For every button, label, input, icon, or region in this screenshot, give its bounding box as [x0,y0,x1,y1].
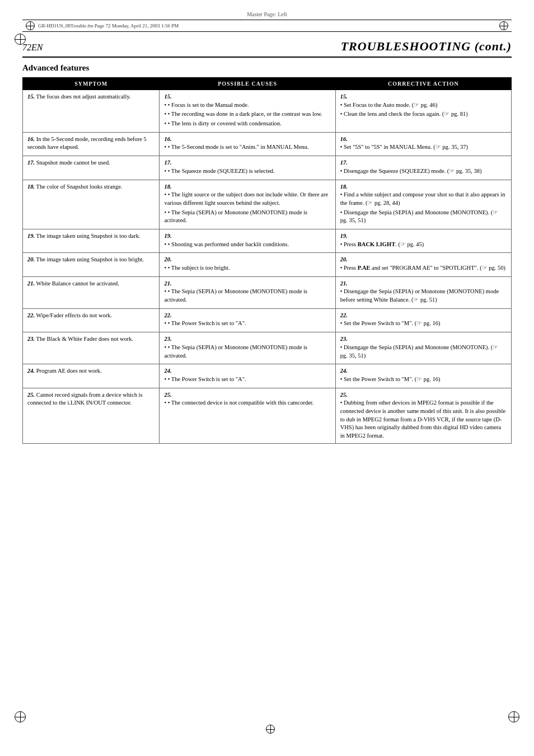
table-row: 17. Snapshot mode cannot be used.17. • T… [23,156,512,180]
action-cell: 19. • Press BACK LIGHT. (☞ pg. 45) [335,229,511,252]
corner-mark-bl [15,711,26,722]
table-row: 19. The image taken using Snapshot is to… [23,229,512,252]
action-cell: 25. • Dubbing from other devices in MPEG… [335,388,511,443]
table-row: 24. Program AE does not work.24. • The P… [23,364,512,388]
causes-cell: 22. • The Power Switch is set to "A". [160,308,335,332]
symptom-cell: 20. The image taken using Snapshot is to… [23,253,160,276]
causes-cell: 20. • The subject is too bright. [160,253,335,276]
header-action: CORRECTIVE ACTION [335,78,511,90]
causes-cell: 25. • The connected device is not compat… [160,388,335,443]
table-row: 20. The image taken using Snapshot is to… [23,253,512,276]
troubleshoot-table: SYMPTOM POSSIBLE CAUSES CORRECTIVE ACTIO… [22,77,512,444]
en-suffix: EN [31,43,43,52]
symptom-cell: 15. The focus does not adjust automatica… [23,90,160,133]
action-cell: 17. • Disengage the Squeeze (SQUEEZE) mo… [335,156,511,180]
bottom-crosshair [266,725,275,734]
corner-mark-br [508,711,519,722]
section-title: Advanced features [22,63,512,73]
header-causes: POSSIBLE CAUSES [160,78,335,90]
causes-cell: 24. • The Power Switch is set to "A". [160,364,335,388]
symptom-cell: 21. White Balance cannot be activated. [23,276,160,308]
action-cell: 24. • Set the Power Switch to "M". (☞ pg… [335,364,511,388]
corner-mark-tl [15,34,26,45]
table-row: 21. White Balance cannot be activated.21… [23,276,512,308]
causes-cell: 19. • Shooting was performed under backl… [160,229,335,252]
table-row: 23. The Black & White Fader does not wor… [23,332,512,364]
table-header-row: SYMPTOM POSSIBLE CAUSES CORRECTIVE ACTIO… [23,78,512,90]
action-cell: 23. • Disengage the Sepia (SEPIA) and Mo… [335,332,511,364]
causes-cell: 17. • The Squeeze mode (SQUEEZE) is sele… [160,156,335,180]
symptom-cell: 17. Snapshot mode cannot be used. [23,156,160,180]
action-cell: 18. • Find a white subject and compose y… [335,180,511,229]
symptom-cell: 24. Program AE does not work. [23,364,160,388]
crosshair-right-top [499,21,508,30]
symptom-cell: 25. Cannot record signals from a device … [23,388,160,443]
symptom-cell: 16. In the 5-Second mode, recording ends… [23,132,160,156]
file-info-text: GR-HD1US_08Trouble.fm Page 72 Monday, Ap… [38,23,179,29]
action-cell: 16. • Set "5S" to "5S" in MANUAL Menu. (… [335,132,511,156]
causes-cell: 16. • The 5-Second mode is set to "Anim.… [160,132,335,156]
crosshair-left-top [26,21,35,30]
table-row: 15. The focus does not adjust automatica… [23,90,512,133]
symptom-cell: 19. The image taken using Snapshot is to… [23,229,160,252]
action-cell: 22. • Set the Power Switch to "M". (☞ pg… [335,308,511,332]
causes-cell: 23. • The Sepia (SEPIA) or Monotone (MON… [160,332,335,364]
page: Master Page: Left GR-HD1US_08Trouble.fm … [0,0,534,756]
action-cell: 15. • Set Focus to the Auto mode. (☞ pg.… [335,90,511,133]
header-symptom: SYMPTOM [23,78,160,90]
table-row: 18. The color of Snapshot looks strange.… [23,180,512,229]
table-row: 22. Wipe/Fader effects do not work.22. •… [23,308,512,332]
table-row: 25. Cannot record signals from a device … [23,388,512,443]
causes-cell: 18. • The light source or the subject do… [160,180,335,229]
symptom-cell: 23. The Black & White Fader does not wor… [23,332,160,364]
table-row: 16. In the 5-Second mode, recording ends… [23,132,512,156]
symptom-cell: 22. Wipe/Fader effects do not work. [23,308,160,332]
action-cell: 20. • Press P.AE and set "PROGRAM AE" to… [335,253,511,276]
page-header: 72EN TROUBLESHOOTING (cont.) [22,36,512,58]
action-cell: 21. • Disengage the Sepia (SEPIA) or Mon… [335,276,511,308]
page-title: TROUBLESHOOTING (cont.) [341,39,512,54]
file-info-bar: GR-HD1US_08Trouble.fm Page 72 Monday, Ap… [22,20,512,32]
causes-cell: 15. • Focus is set to the Manual mode.• … [160,90,335,133]
master-page-label: Master Page: Left [22,11,512,17]
symptom-cell: 18. The color of Snapshot looks strange. [23,180,160,229]
causes-cell: 21. • The Sepia (SEPIA) or Monotone (MON… [160,276,335,308]
